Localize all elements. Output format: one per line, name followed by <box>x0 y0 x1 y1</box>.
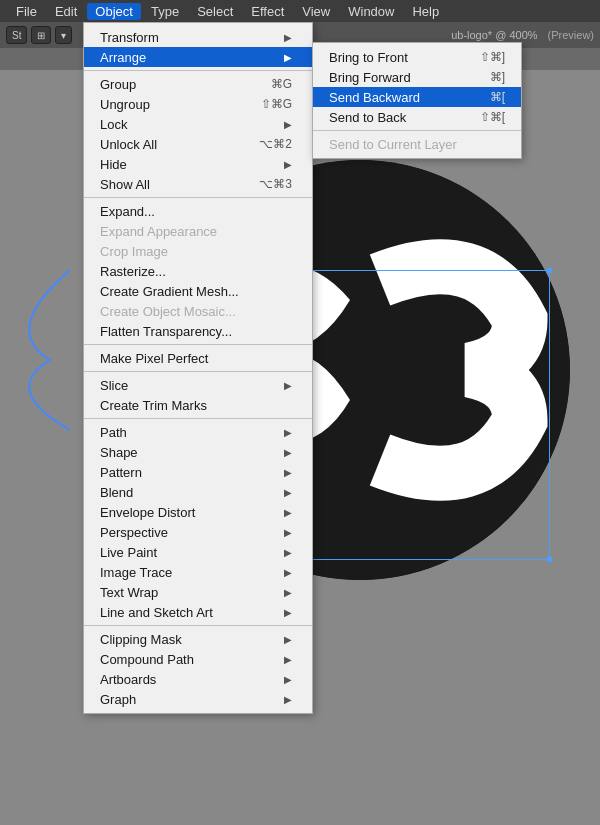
menu-item-lock[interactable]: Lock ▶ <box>84 114 312 134</box>
separator-5 <box>84 418 312 419</box>
tab-label: ub-logo* @ 400% <box>451 29 537 41</box>
menu-bar: File Edit Object Type Select Effect View… <box>0 0 600 22</box>
menu-item-rasterize[interactable]: Rasterize... <box>84 261 312 281</box>
menu-item-make-pixel-perfect[interactable]: Make Pixel Perfect <box>84 348 312 368</box>
menu-item-unlock-all[interactable]: Unlock All ⌥⌘2 <box>84 134 312 154</box>
submenu-send-backward[interactable]: Send Backward ⌘[ <box>313 87 521 107</box>
menu-item-hide[interactable]: Hide ▶ <box>84 154 312 174</box>
submenu-bring-forward[interactable]: Bring Forward ⌘] <box>313 67 521 87</box>
menu-effect[interactable]: Effect <box>243 3 292 20</box>
menu-window[interactable]: Window <box>340 3 402 20</box>
menu-view[interactable]: View <box>294 3 338 20</box>
dropdown-button[interactable]: ▾ <box>55 26 72 44</box>
preview-text: (Preview) <box>548 29 594 41</box>
separator-3 <box>84 344 312 345</box>
object-menu-panel: Transform ▶ Arrange ▶ Group ⌘G Ungroup ⇧… <box>83 22 313 714</box>
separator-6 <box>84 625 312 626</box>
menu-item-compound-path[interactable]: Compound Path ▶ <box>84 649 312 669</box>
selection-handle-br <box>547 557 552 562</box>
menu-item-pattern[interactable]: Pattern ▶ <box>84 462 312 482</box>
menu-item-crop-image[interactable]: Crop Image <box>84 241 312 261</box>
menu-object[interactable]: Object <box>87 3 141 20</box>
menu-file[interactable]: File <box>8 3 45 20</box>
separator-4 <box>84 371 312 372</box>
menu-item-create-object-mosaic[interactable]: Create Object Mosaic... <box>84 301 312 321</box>
menu-item-perspective[interactable]: Perspective ▶ <box>84 522 312 542</box>
menu-item-line-sketch-art[interactable]: Line and Sketch Art ▶ <box>84 602 312 622</box>
selection-handle-tr <box>547 268 552 273</box>
menu-item-slice[interactable]: Slice ▶ <box>84 375 312 395</box>
menu-item-shape[interactable]: Shape ▶ <box>84 442 312 462</box>
menu-item-clipping-mask[interactable]: Clipping Mask ▶ <box>84 629 312 649</box>
submenu-send-to-back[interactable]: Send to Back ⇧⌘[ <box>313 107 521 127</box>
menu-item-blend[interactable]: Blend ▶ <box>84 482 312 502</box>
blue-curve-decoration <box>0 250 80 450</box>
menu-item-image-trace[interactable]: Image Trace ▶ <box>84 562 312 582</box>
menu-edit[interactable]: Edit <box>47 3 85 20</box>
submenu-bring-to-front[interactable]: Bring to Front ⇧⌘] <box>313 47 521 67</box>
submenu-send-to-current-layer[interactable]: Send to Current Layer <box>313 134 521 154</box>
menu-type[interactable]: Type <box>143 3 187 20</box>
separator-1 <box>84 70 312 71</box>
menu-item-text-wrap[interactable]: Text Wrap ▶ <box>84 582 312 602</box>
view-button[interactable]: ⊞ <box>31 26 51 44</box>
menu-item-envelope-distort[interactable]: Envelope Distort ▶ <box>84 502 312 522</box>
menu-item-group[interactable]: Group ⌘G <box>84 74 312 94</box>
menu-item-show-all[interactable]: Show All ⌥⌘3 <box>84 174 312 194</box>
separator-2 <box>84 197 312 198</box>
menu-item-live-paint[interactable]: Live Paint ▶ <box>84 542 312 562</box>
submenu-separator <box>313 130 521 131</box>
menu-item-create-gradient-mesh[interactable]: Create Gradient Mesh... <box>84 281 312 301</box>
style-button[interactable]: St <box>6 26 27 44</box>
menu-item-transform[interactable]: Transform ▶ <box>84 27 312 47</box>
menu-item-graph[interactable]: Graph ▶ <box>84 689 312 709</box>
menu-item-create-trim-marks[interactable]: Create Trim Marks <box>84 395 312 415</box>
menu-item-expand-appearance[interactable]: Expand Appearance <box>84 221 312 241</box>
arrange-submenu-panel: Bring to Front ⇧⌘] Bring Forward ⌘] Send… <box>312 42 522 159</box>
menu-item-expand[interactable]: Expand... <box>84 201 312 221</box>
menu-select[interactable]: Select <box>189 3 241 20</box>
menu-item-path[interactable]: Path ▶ <box>84 422 312 442</box>
menu-item-flatten-transparency[interactable]: Flatten Transparency... <box>84 321 312 341</box>
menu-item-artboards[interactable]: Artboards ▶ <box>84 669 312 689</box>
menu-item-arrange[interactable]: Arrange ▶ <box>84 47 312 67</box>
menu-help[interactable]: Help <box>404 3 447 20</box>
dropdown-container: Transform ▶ Arrange ▶ Group ⌘G Ungroup ⇧… <box>83 22 313 714</box>
menu-item-ungroup[interactable]: Ungroup ⇧⌘G <box>84 94 312 114</box>
